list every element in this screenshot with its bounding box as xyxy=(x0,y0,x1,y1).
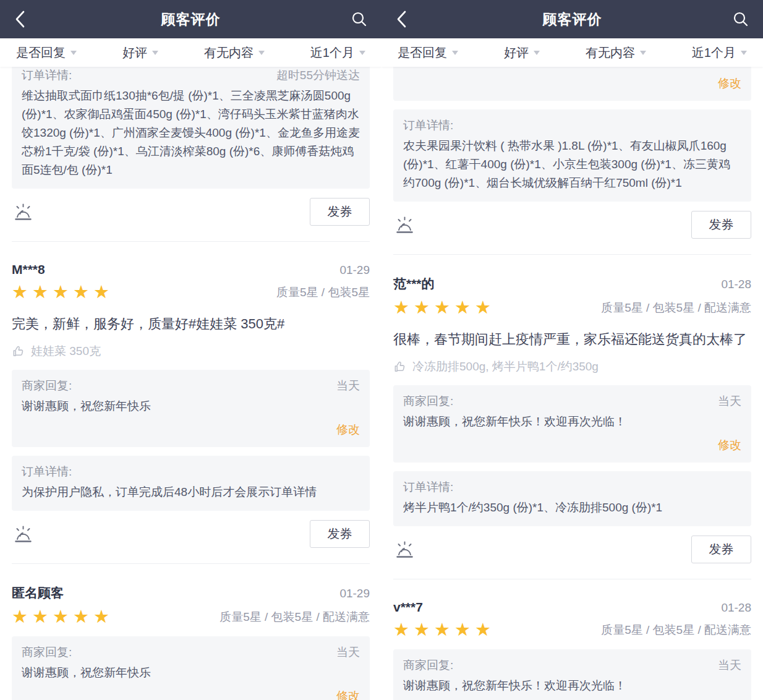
reply-label: 商家回复: xyxy=(22,644,72,660)
siren-icon[interactable] xyxy=(393,539,416,560)
coupon-row: 发券 xyxy=(12,198,370,226)
edit-reply-link[interactable]: 修改 xyxy=(403,75,741,92)
reply-text: 谢谢惠顾，祝您新年快乐！欢迎再次光临！ xyxy=(403,412,741,431)
reply-label: 商家回复: xyxy=(22,378,72,394)
rating-summary: 质量5星 / 包装5星 / 配送满意 xyxy=(220,609,370,625)
product-tag-text: 冷冻肋排500g, 烤半片鸭1个/约350g xyxy=(412,359,599,375)
reviewer-name: v***7 xyxy=(393,600,423,615)
divider xyxy=(393,579,751,579)
reviewer-name: 匿名顾客 xyxy=(12,584,64,602)
rating-row: ★★★★★ 质量5星 / 包装5星 / 配送满意 xyxy=(393,299,751,317)
merchant-reply-card: 商家回复: 当天 谢谢惠顾，祝您新年快乐 修改 xyxy=(12,370,370,447)
merchant-reply-card: 商家回复: 当天 谢谢惠顾，祝您新年快乐 修改 xyxy=(12,636,370,700)
filter-reply-status[interactable]: 是否回复 xyxy=(398,45,458,61)
edit-reply-link[interactable]: 修改 xyxy=(22,422,360,438)
filter-rating-type[interactable]: 好评 xyxy=(122,45,158,61)
merchant-reply-card: 商家回复: 当天 谢谢惠顾，祝您新年快乐！欢迎再次光临！ 修改 xyxy=(393,649,751,700)
search-button[interactable] xyxy=(351,11,368,28)
edit-reply-link[interactable]: 修改 xyxy=(403,437,741,453)
chevron-down-icon xyxy=(152,51,158,58)
page-title: 顾客评价 xyxy=(382,10,763,29)
reply-label: 商家回复: xyxy=(403,657,453,673)
app-bar: 顾客评价 xyxy=(0,0,382,38)
review-date: 01-28 xyxy=(721,278,751,291)
page-title: 顾客评价 xyxy=(0,10,382,29)
siren-icon[interactable] xyxy=(12,524,34,544)
thumbs-up-icon xyxy=(393,361,406,373)
coupon-row: 发券 xyxy=(393,536,751,563)
issue-coupon-button[interactable]: 发券 xyxy=(310,198,370,226)
review-list: 修改 订单详情: 农夫果园果汁饮料 ( 热带水果 )1.8L (份)*1、有友山… xyxy=(382,67,763,700)
filter-bar: 是否回复 好评 有无内容 近1个月 xyxy=(0,38,382,67)
review-list: 订单详情: 超时55分钟送达 维达抽取式面巾纸130抽*6包/提 (份)*1、三… xyxy=(0,67,382,700)
filter-time-range[interactable]: 近1个月 xyxy=(310,45,365,61)
issue-coupon-button[interactable]: 发券 xyxy=(691,211,751,239)
siren-icon[interactable] xyxy=(393,215,416,235)
filter-reply-status[interactable]: 是否回复 xyxy=(16,45,77,61)
edit-reply-link[interactable]: 修改 xyxy=(22,688,360,700)
order-detail-card: 订单详情: 农夫果园果汁饮料 ( 热带水果 )1.8L (份)*1、有友山椒凤爪… xyxy=(393,109,751,202)
star-rating: ★★★★★ xyxy=(12,608,114,626)
order-items-text: 烤半片鸭1个/约350g (份)*1、冷冻肋排500g (份)*1 xyxy=(403,498,741,517)
rating-row: ★★★★★ 质量5星 / 包装5星 / 配送满意 xyxy=(393,621,751,639)
chevron-down-icon xyxy=(741,51,747,58)
merchant-reply-card: 商家回复: 当天 谢谢惠顾，祝您新年快乐！欢迎再次光临！ 修改 xyxy=(393,385,751,463)
review-text: 很棒，春节期间赶上疫情严重，家乐福还能送货真的太棒了 xyxy=(393,329,751,349)
order-detail-card: 订单详情: 超时55分钟送达 维达抽取式面巾纸130抽*6包/提 (份)*1、三… xyxy=(12,67,370,189)
order-detail-card: 订单详情: 烤半片鸭1个/约350g (份)*1、冷冻肋排500g (份)*1 xyxy=(393,471,751,526)
reply-label: 商家回复: xyxy=(403,393,453,409)
order-items-text: 农夫果园果汁饮料 ( 热带水果 )1.8L (份)*1、有友山椒凤爪160g (… xyxy=(403,137,741,192)
divider xyxy=(393,254,751,255)
screen-right: 顾客评价 是否回复 好评 有无内容 近1个月 修改 订单详情: 农夫果园果汁饮料… xyxy=(382,0,763,700)
siren-icon[interactable] xyxy=(12,202,34,222)
rating-row: ★★★★★ 质量5星 / 包装5星 xyxy=(12,283,370,301)
coupon-row: 发券 xyxy=(393,211,751,239)
coupon-row: 发券 xyxy=(12,520,370,548)
reply-text: 谢谢惠顾，祝您新年快乐！欢迎再次光临！ xyxy=(403,677,741,695)
filter-time-range[interactable]: 近1个月 xyxy=(692,45,747,61)
chevron-down-icon xyxy=(70,51,77,58)
chevron-down-icon xyxy=(640,51,646,58)
star-rating: ★★★★★ xyxy=(12,283,114,301)
order-detail-label: 订单详情: xyxy=(22,67,72,83)
search-button[interactable] xyxy=(732,11,749,28)
divider xyxy=(12,241,370,242)
issue-coupon-button[interactable]: 发券 xyxy=(691,536,751,563)
back-button[interactable] xyxy=(14,9,27,30)
merchant-reply-card: 修改 xyxy=(393,67,751,101)
chevron-down-icon xyxy=(534,51,540,58)
app-bar: 顾客评价 xyxy=(382,0,763,38)
reply-text: 谢谢惠顾，祝您新年快乐 xyxy=(22,397,360,416)
filter-rating-type[interactable]: 好评 xyxy=(504,45,540,61)
reply-time-badge: 当天 xyxy=(718,657,741,673)
review-header: 匿名顾客 01-29 xyxy=(12,584,370,602)
search-icon xyxy=(732,11,749,28)
rating-summary: 质量5星 / 包装5星 xyxy=(276,284,370,301)
chevron-left-icon xyxy=(14,9,27,30)
filter-bar: 是否回复 好评 有无内容 近1个月 xyxy=(382,38,763,67)
order-items-text: 维达抽取式面巾纸130抽*6包/提 (份)*1、三全凌黑芝麻汤圆500g (份)… xyxy=(22,87,360,179)
review-text: 完美，新鲜，服务好，质量好#娃娃菜 350克# xyxy=(12,314,370,334)
filter-has-content[interactable]: 有无内容 xyxy=(204,45,265,61)
screen-left: 顾客评价 是否回复 好评 有无内容 近1个月 订单详情: 超时55分钟送达 维达… xyxy=(0,0,382,700)
chevron-left-icon xyxy=(395,9,409,30)
chevron-down-icon xyxy=(452,51,458,58)
divider xyxy=(12,563,370,564)
product-tag: 冷冻肋排500g, 烤半片鸭1个/约350g xyxy=(393,359,751,375)
review-header: M***8 01-29 xyxy=(12,262,370,277)
review-header: v***7 01-28 xyxy=(393,600,751,615)
reply-time-badge: 当天 xyxy=(336,378,360,394)
rating-summary: 质量5星 / 包装5星 / 配送满意 xyxy=(601,622,751,638)
back-button[interactable] xyxy=(395,9,409,30)
order-items-text: 为保护用户隐私，订单完成后48小时后才会展示订单详情 xyxy=(22,483,360,502)
reply-text: 谢谢惠顾，祝您新年快乐 xyxy=(22,664,360,682)
review-header: 范***的 01-28 xyxy=(393,275,751,292)
filter-has-content[interactable]: 有无内容 xyxy=(586,45,646,61)
order-detail-label: 订单详情: xyxy=(403,117,453,134)
issue-coupon-button[interactable]: 发券 xyxy=(310,520,370,548)
star-rating: ★★★★★ xyxy=(393,299,495,317)
reply-time-badge: 当天 xyxy=(336,644,360,660)
chevron-down-icon xyxy=(258,51,265,58)
review-date: 01-29 xyxy=(339,587,370,600)
rating-summary: 质量5星 / 包装5星 / 配送满意 xyxy=(601,300,751,316)
